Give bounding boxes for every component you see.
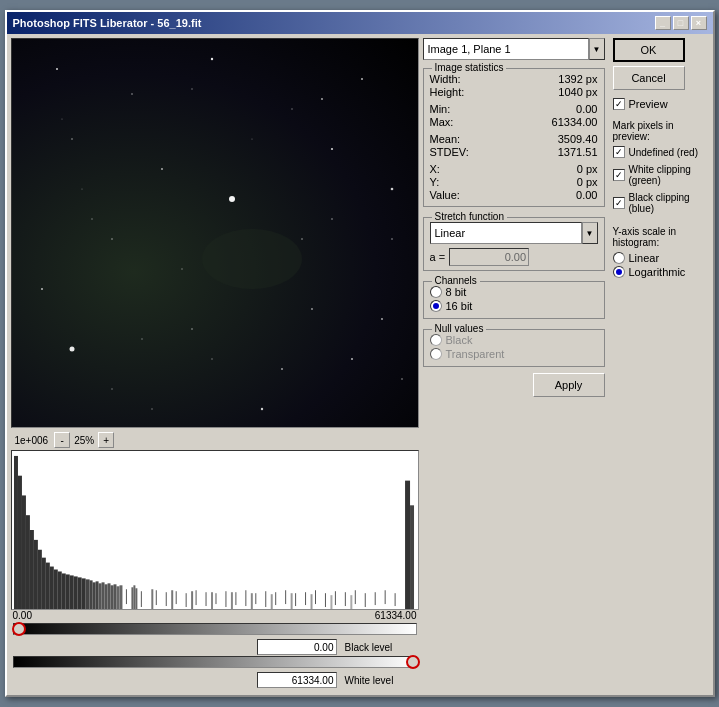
svg-rect-60: [101, 582, 104, 609]
svg-rect-45: [45, 563, 49, 609]
svg-rect-53: [77, 577, 81, 609]
svg-rect-72: [191, 591, 193, 609]
close-button[interactable]: ×: [691, 16, 707, 30]
width-label: Width:: [430, 73, 461, 85]
stars-svg: [12, 39, 418, 427]
svg-point-12: [181, 268, 182, 269]
svg-point-29: [381, 318, 383, 320]
svg-rect-61: [104, 584, 107, 609]
svg-rect-79: [330, 595, 332, 609]
undefined-checkbox[interactable]: ✓: [613, 146, 625, 158]
logarithmic-radio-dot: [616, 269, 622, 275]
right-actions-column: OK Cancel ✓ Preview Mark pixels in previ…: [613, 38, 709, 280]
height-value: 1040 px: [558, 86, 597, 98]
zoom-controls: - 25% +: [54, 432, 114, 448]
preview-checkbox-row: ✓ Preview: [613, 98, 709, 110]
svg-point-31: [301, 238, 303, 240]
image-statistics-title: Image statistics: [432, 62, 507, 73]
svg-rect-73: [211, 592, 213, 609]
svg-rect-64: [113, 584, 116, 609]
y-value: 0 px: [577, 176, 598, 188]
black-level-value-row: Black level: [13, 638, 417, 656]
minimize-button[interactable]: _: [655, 16, 671, 30]
ok-button[interactable]: OK: [613, 38, 685, 62]
right-panel: Image 1, Plane 1 ▼ Image statistics Widt…: [423, 38, 709, 691]
zoom-out-button[interactable]: -: [54, 432, 70, 448]
16bit-radio[interactable]: [430, 300, 442, 312]
black-clipping-label: Black clipping (blue): [629, 192, 709, 214]
svg-rect-70: [151, 589, 153, 609]
16bit-radio-dot: [433, 303, 439, 309]
width-row: Width: 1392 px: [430, 73, 598, 85]
svg-point-16: [351, 358, 353, 360]
svg-point-34: [321, 98, 323, 100]
zoom-in-button[interactable]: +: [98, 432, 114, 448]
svg-rect-76: [270, 594, 272, 609]
x-row: X: 0 px: [430, 163, 598, 175]
y-label: Y:: [430, 176, 440, 188]
stretch-function-select[interactable]: Linear: [430, 222, 582, 244]
svg-rect-40: [25, 515, 29, 609]
black-level-handle[interactable]: [12, 622, 26, 636]
8bit-radio[interactable]: [430, 286, 442, 298]
svg-rect-50: [65, 574, 69, 609]
height-row: Height: 1040 px: [430, 86, 598, 98]
maximize-button[interactable]: □: [673, 16, 689, 30]
channels-section: Channels 8 bit 16 bit: [423, 281, 605, 319]
y-row: Y: 0 px: [430, 176, 598, 188]
white-level-label: White level: [345, 675, 415, 686]
svg-rect-44: [41, 558, 45, 609]
min-row: Min: 0.00: [430, 103, 598, 115]
svg-point-15: [191, 328, 193, 330]
white-level-input[interactable]: [257, 672, 337, 688]
svg-rect-54: [81, 578, 85, 609]
main-content: 1e+006 - 25% +: [7, 34, 713, 695]
svg-point-14: [69, 347, 74, 352]
apply-btn-row: Apply: [423, 373, 605, 397]
svg-rect-75: [250, 593, 252, 609]
a-field-row: a =: [430, 248, 598, 266]
stdev-row: STDEV: 1371.51: [430, 146, 598, 158]
max-value: 61334.00: [552, 116, 598, 128]
zoom-value-display: 25%: [74, 435, 94, 446]
min-label: Min:: [430, 103, 451, 115]
svg-point-25: [211, 358, 212, 359]
svg-point-17: [111, 388, 112, 389]
histogram-svg: [12, 451, 418, 609]
action-buttons: OK Cancel: [613, 38, 709, 90]
height-label: Height:: [430, 86, 465, 98]
preview-checkbox[interactable]: ✓: [613, 98, 625, 110]
mean-label: Mean:: [430, 133, 461, 145]
stretch-dropdown-arrow[interactable]: ▼: [582, 222, 598, 244]
svg-point-10: [391, 238, 393, 240]
svg-point-5: [71, 138, 73, 140]
8bit-label: 8 bit: [446, 286, 467, 298]
stretch-dropdown-row: Linear ▼: [430, 222, 598, 244]
linear-radio[interactable]: [613, 252, 625, 264]
white-level-handle[interactable]: [406, 655, 420, 669]
svg-rect-51: [69, 575, 73, 609]
apply-button[interactable]: Apply: [533, 373, 605, 397]
white-clipping-label: White clipping (green): [629, 164, 709, 186]
logarithmic-radio[interactable]: [613, 266, 625, 278]
white-level-track[interactable]: [13, 656, 417, 668]
white-clipping-checkbox[interactable]: ✓: [613, 169, 625, 181]
svg-point-9: [229, 196, 235, 202]
mean-value: 3509.40: [558, 133, 598, 145]
black-level-input[interactable]: [257, 639, 337, 655]
image-dropdown-arrow[interactable]: ▼: [589, 38, 605, 60]
black-clipping-checkbox[interactable]: ✓: [613, 197, 625, 209]
x-value: 0 px: [577, 163, 598, 175]
null-black-radio: [430, 334, 442, 346]
title-bar-buttons: _ □ ×: [655, 16, 707, 30]
y-axis-section: Y-axis scale in histogram: Linear Logari…: [613, 226, 709, 280]
histogram-header: 1e+006 - 25% +: [11, 430, 419, 450]
level-controls: Black level White level: [11, 621, 419, 691]
svg-point-26: [390, 188, 393, 191]
cancel-button[interactable]: Cancel: [613, 66, 685, 90]
black-level-track[interactable]: [13, 623, 417, 635]
svg-rect-65: [116, 586, 119, 609]
svg-point-18: [260, 408, 262, 410]
image-plane-select[interactable]: Image 1, Plane 1: [423, 38, 589, 60]
max-label: Max:: [430, 116, 454, 128]
